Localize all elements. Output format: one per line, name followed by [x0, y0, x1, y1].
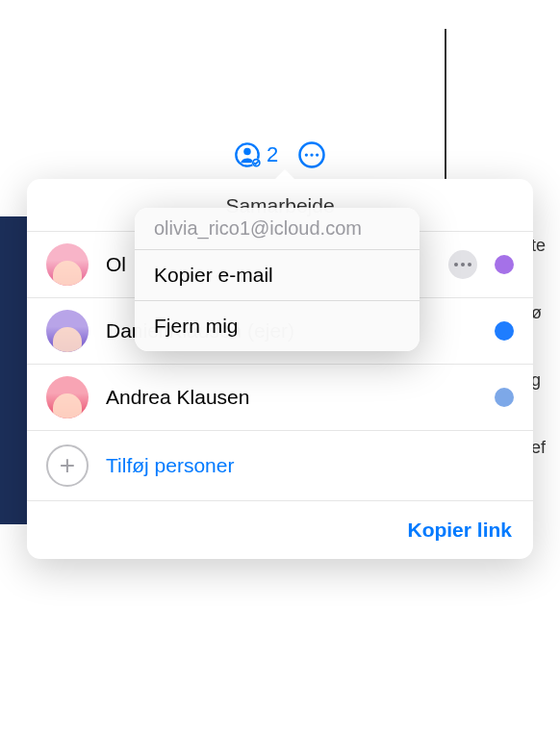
status-dot: [495, 388, 514, 407]
remove-me-item[interactable]: Fjern mig: [135, 300, 420, 351]
add-people-label: Tilføj personer: [106, 454, 234, 477]
copy-link-button[interactable]: Kopier link: [407, 519, 512, 542]
ellipsis-circle-icon: [297, 140, 326, 169]
svg-point-4: [305, 153, 308, 156]
more-button[interactable]: [297, 140, 326, 169]
plus-circle-icon: +: [46, 444, 89, 487]
copy-email-item[interactable]: Kopier e-mail: [135, 249, 420, 300]
status-dot: [495, 321, 514, 341]
person-icon: [234, 141, 261, 168]
participant-more-button[interactable]: [448, 250, 477, 279]
ellipsis-icon: [454, 263, 471, 266]
status-dot: [495, 255, 514, 274]
svg-point-1: [243, 148, 250, 155]
context-menu: olivia_rico1@icloud.com Kopier e-mail Fj…: [135, 208, 420, 351]
avatar: [46, 310, 89, 352]
popover-footer: Kopier link: [27, 500, 533, 549]
collaboration-button[interactable]: 2: [234, 141, 278, 168]
avatar: [46, 243, 89, 286]
participant-row[interactable]: Andrea Klausen: [27, 364, 533, 430]
svg-point-6: [316, 153, 318, 156]
participant-name: Andrea Klausen: [106, 386, 477, 409]
add-people-button[interactable]: + Tilføj personer: [27, 430, 533, 500]
context-menu-email: olivia_rico1@icloud.com: [135, 208, 420, 249]
participant-count: 2: [267, 142, 278, 167]
avatar: [46, 376, 89, 418]
svg-point-5: [311, 153, 314, 156]
